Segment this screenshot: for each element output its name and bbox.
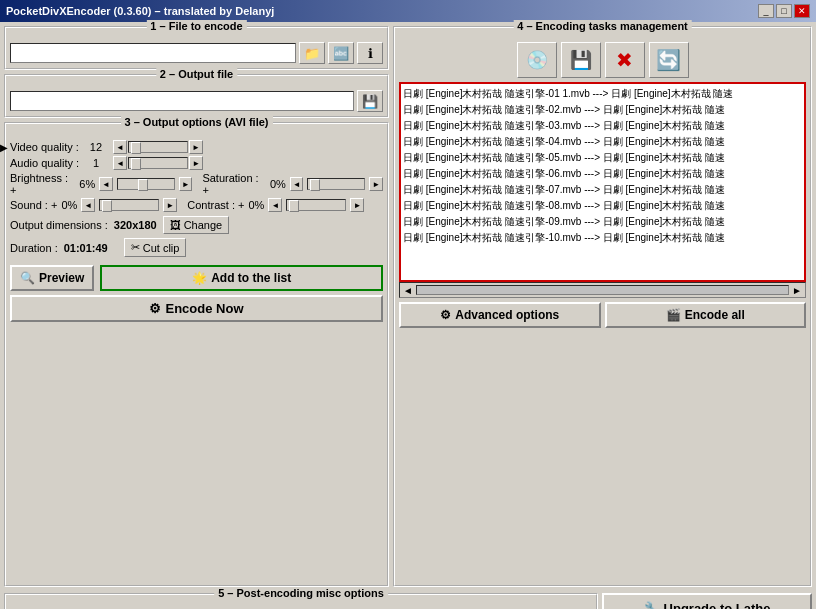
encode-all-btn[interactable]: 🎬 Encode all: [605, 302, 807, 328]
encoding-tasks-section: 4 – Encoding tasks management 💿 💾 ✖ 🔄 日劇…: [393, 26, 812, 587]
video-quality-label: Video quality :: [10, 141, 79, 153]
br-right-btn[interactable]: ►: [179, 177, 193, 191]
snd-slider[interactable]: [99, 199, 159, 211]
encode-all-label: Encode all: [685, 308, 745, 322]
task-item: 日劇 [Engine]木村拓哉 隨速引擎-06.mvb ---> 日劇 [Eng…: [403, 166, 802, 182]
change-icon: 🖼: [170, 219, 181, 231]
vq-slider[interactable]: [128, 141, 188, 153]
audio-quality-label: Audio quality :: [10, 157, 79, 169]
scroll-right-arrow[interactable]: ►: [789, 285, 805, 296]
task-item: 日劇 [Engine]木村拓哉 隨速引擎-07.mvb ---> 日劇 [Eng…: [403, 182, 802, 198]
add-icon: 🌟: [192, 271, 207, 285]
cut-clip-label: Cut clip: [143, 242, 180, 254]
video-quality-value: 12: [85, 141, 107, 153]
file-encode-section: 1 – File to encode 📁 🔤 ℹ: [4, 26, 389, 70]
task-item: 日劇 [Engine]木村拓哉 隨速引擎-02.mvb ---> 日劇 [Eng…: [403, 102, 802, 118]
enc-load-btn[interactable]: 💿: [517, 42, 557, 78]
con-right-btn[interactable]: ►: [350, 198, 364, 212]
encode-now-btn[interactable]: ⚙ Encode Now: [10, 295, 383, 322]
enc-stop-btn[interactable]: ✖: [605, 42, 645, 78]
encode-now-label: Encode Now: [165, 301, 243, 316]
sat-left-btn[interactable]: ◄: [290, 177, 304, 191]
sound-value: 0%: [61, 199, 77, 211]
enc-refresh-btn[interactable]: 🔄: [649, 42, 689, 78]
output-file-section: 2 – Output file 💾: [4, 74, 389, 118]
scissors-icon: ✂: [131, 241, 140, 254]
output-browse-btn[interactable]: 💾: [357, 90, 383, 112]
output-options-title: 3 – Output options (AVI file): [120, 116, 272, 128]
sound-label: Sound : +: [10, 199, 57, 211]
task-item: 日劇 [Engine]木村拓哉 隨速引擎-01 1.mvb ---> 日劇 [E…: [403, 86, 802, 102]
vq-right-btn[interactable]: ►: [189, 140, 203, 154]
info-btn[interactable]: ℹ: [357, 42, 383, 64]
aq-right-btn[interactable]: ►: [189, 156, 203, 170]
output-dim-label: Output dimensions :: [10, 219, 108, 231]
add-to-list-label: Add to the list: [211, 271, 291, 285]
task-scrollbar[interactable]: ◄ ►: [399, 282, 806, 298]
post-encoding-title: 5 – Post-encoding misc options: [214, 587, 388, 599]
upgrade-to-lathe-btn[interactable]: 🔧 Upgrade to Lathe: [602, 593, 812, 609]
output-file-title: 2 – Output file: [156, 68, 237, 80]
file-encode-title: 1 – File to encode: [146, 20, 246, 32]
encode-all-icon: 🎬: [666, 308, 681, 322]
task-list[interactable]: 日劇 [Engine]木村拓哉 隨速引擎-01 1.mvb ---> 日劇 [E…: [399, 82, 806, 282]
encode-now-icon: ⚙: [149, 301, 161, 316]
contrast-label: Contrast : +: [187, 199, 244, 211]
cut-clip-btn[interactable]: ✂ Cut clip: [124, 238, 187, 257]
change-btn[interactable]: 🖼 Change: [163, 216, 230, 234]
task-item: 日劇 [Engine]木村拓哉 隨速引擎-10.mvb ---> 日劇 [Eng…: [403, 230, 802, 246]
file-input[interactable]: [10, 43, 296, 63]
abc-btn[interactable]: 🔤: [328, 42, 354, 64]
brightness-label: Brightness : +: [10, 172, 75, 196]
aq-slider[interactable]: [128, 157, 188, 169]
scroll-track: [416, 285, 789, 295]
sat-right-btn[interactable]: ►: [369, 177, 383, 191]
aq-left-btn[interactable]: ◄: [113, 156, 127, 170]
indicator-arrow: ▶: [0, 142, 8, 153]
advanced-options-btn[interactable]: ⚙ Advanced options: [399, 302, 601, 328]
output-options-section: 3 – Output options (AVI file) ▶ Video qu…: [4, 122, 389, 587]
title-bar: PocketDivXEncoder (0.3.60) – translated …: [0, 0, 816, 22]
title-bar-buttons: _ □ ✕: [758, 4, 810, 18]
maximize-btn[interactable]: □: [776, 4, 792, 18]
browse-folder-btn[interactable]: 📁: [299, 42, 325, 64]
task-item: 日劇 [Engine]木村拓哉 隨速引擎-05.mvb ---> 日劇 [Eng…: [403, 150, 802, 166]
output-dim-value: 320x180: [114, 219, 157, 231]
contrast-value: 0%: [248, 199, 264, 211]
enc-save-btn[interactable]: 💾: [561, 42, 601, 78]
snd-right-btn[interactable]: ►: [163, 198, 177, 212]
gear-icon: ⚙: [440, 308, 451, 322]
preview-btn[interactable]: 🔍 Preview: [10, 265, 94, 291]
window-title: PocketDivXEncoder (0.3.60) – translated …: [6, 5, 274, 17]
change-label: Change: [184, 219, 223, 231]
scroll-left-arrow[interactable]: ◄: [400, 285, 416, 296]
minimize-btn[interactable]: _: [758, 4, 774, 18]
br-slider[interactable]: [117, 178, 175, 190]
con-slider[interactable]: [286, 199, 346, 211]
snd-left-btn[interactable]: ◄: [81, 198, 95, 212]
add-to-list-btn[interactable]: 🌟 Add to the list: [100, 265, 383, 291]
task-item: 日劇 [Engine]木村拓哉 隨速引擎-04.mvb ---> 日劇 [Eng…: [403, 134, 802, 150]
saturation-value: 0%: [270, 178, 286, 190]
duration-label: Duration :: [10, 242, 58, 254]
preview-label: Preview: [39, 271, 84, 285]
audio-quality-value: 1: [85, 157, 107, 169]
con-left-btn[interactable]: ◄: [268, 198, 282, 212]
advanced-options-label: Advanced options: [455, 308, 559, 322]
brightness-value: 6%: [79, 178, 95, 190]
task-item: 日劇 [Engine]木村拓哉 隨速引擎-08.mvb ---> 日劇 [Eng…: [403, 198, 802, 214]
preview-icon: 🔍: [20, 271, 35, 285]
close-btn[interactable]: ✕: [794, 4, 810, 18]
task-item: 日劇 [Engine]木村拓哉 隨速引擎-03.mvb ---> 日劇 [Eng…: [403, 118, 802, 134]
upgrade-icon: 🔧: [644, 601, 660, 609]
sat-slider[interactable]: [307, 178, 365, 190]
vq-left-btn[interactable]: ◄: [113, 140, 127, 154]
output-input[interactable]: [10, 91, 354, 111]
encoding-tasks-title: 4 – Encoding tasks management: [513, 20, 692, 32]
task-item: 日劇 [Engine]木村拓哉 隨速引擎-09.mvb ---> 日劇 [Eng…: [403, 214, 802, 230]
br-left-btn[interactable]: ◄: [99, 177, 113, 191]
post-encoding-section: 5 – Post-encoding misc options 🔁 Correct…: [4, 593, 598, 609]
duration-value: 01:01:49: [64, 242, 108, 254]
saturation-label: Saturation : +: [202, 172, 266, 196]
upgrade-label: Upgrade to Lathe: [664, 601, 771, 609]
